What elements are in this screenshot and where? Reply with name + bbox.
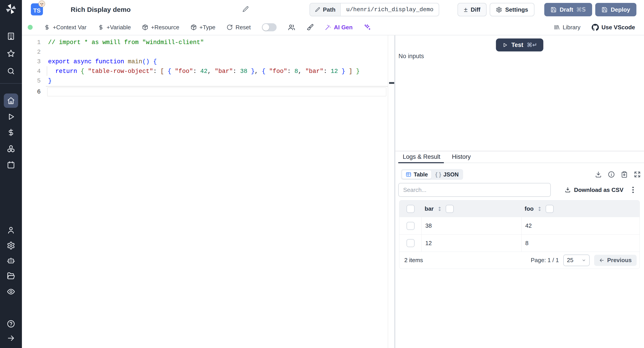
add-context-var-button[interactable]: +Context Var [44, 24, 86, 31]
download-result-icon[interactable] [595, 171, 602, 178]
package-icon [190, 24, 197, 30]
sort-icon[interactable] [437, 206, 442, 212]
code-line-active: 6 [22, 87, 388, 97]
arrow-left-icon [599, 258, 604, 263]
path-value: u/henri/rich_display_demo [341, 3, 439, 16]
path-control[interactable]: Path u/henri/rich_display_demo [310, 3, 439, 16]
play-icon [502, 42, 508, 48]
sort-icon[interactable] [537, 206, 542, 212]
sidebar-item-resources[interactable] [4, 142, 18, 156]
dollar-icon [44, 24, 50, 30]
code-line: 2 [22, 47, 388, 57]
row-checkbox[interactable] [406, 239, 414, 247]
user-icon [7, 226, 15, 234]
sidebar-item-help[interactable] [4, 317, 18, 331]
sidebar-expand-button[interactable] [4, 331, 18, 345]
sparkles-icon[interactable] [364, 24, 371, 31]
edit-summary-pencil-icon[interactable] [242, 6, 249, 12]
editor-rule [46, 86, 388, 86]
table-row: 3842 [399, 217, 640, 234]
code-editor[interactable]: 1// import * as wmill from "windmill-cli… [22, 35, 388, 348]
users-icon[interactable] [288, 24, 296, 31]
toggle-knob [262, 24, 269, 31]
help-circle-icon [7, 320, 15, 328]
previous-page-button[interactable]: Previous [594, 255, 636, 266]
copy-result-icon[interactable] [621, 171, 628, 178]
column-checkbox-bar[interactable] [446, 205, 454, 213]
ai-gen-button[interactable]: AI Gen [325, 24, 353, 31]
table-cell: 12 [422, 234, 522, 252]
paintbrush-icon[interactable] [306, 24, 314, 31]
path-label: Path [323, 6, 336, 13]
download-csv-button[interactable]: Download as CSV [564, 186, 624, 194]
sidebar-item-workers[interactable] [4, 254, 18, 268]
code-line: 5} [22, 76, 388, 86]
sidebar-item-account[interactable] [4, 223, 18, 237]
wand-icon [325, 24, 331, 30]
add-type-button[interactable]: +Type [190, 24, 216, 31]
sidebar-item-audit-logs[interactable] [4, 284, 18, 299]
sidebar-item-variables[interactable] [4, 125, 18, 140]
calendar-icon [7, 160, 15, 169]
page-title: Rich Display demo [71, 6, 130, 14]
reset-button[interactable]: Reset [226, 24, 251, 31]
table-menu-button[interactable] [631, 186, 635, 194]
download-icon [564, 187, 571, 193]
settings-button[interactable]: Settings [490, 3, 534, 16]
refresh-icon [226, 24, 233, 30]
sidebar-item-settings[interactable] [4, 238, 18, 253]
column-checkbox-foo[interactable] [546, 205, 554, 213]
sidebar-divider [0, 83, 22, 84]
sidebar-item-search[interactable] [4, 64, 18, 78]
deploy-button[interactable]: Deploy [595, 3, 636, 16]
tab-history[interactable]: History [452, 152, 471, 162]
windmill-logo[interactable] [5, 3, 17, 15]
package-icon [142, 24, 148, 30]
column-header-foo[interactable]: foo [524, 205, 534, 212]
building-icon [7, 32, 15, 40]
draft-button[interactable]: Draft ⌘S [544, 3, 592, 16]
no-inputs-text: No inputs [398, 53, 424, 60]
pencil-icon [315, 7, 320, 12]
page-size-select[interactable]: 25 [563, 254, 590, 266]
sidebar-item-folders[interactable] [4, 269, 18, 283]
library-button[interactable]: Library [554, 24, 580, 31]
add-resource-button[interactable]: +Resource [142, 24, 179, 31]
diff-mode-toggle[interactable] [262, 23, 276, 31]
info-icon[interactable] [608, 171, 615, 178]
use-vscode-button[interactable]: Use VScode [592, 24, 635, 31]
table-icon [406, 172, 412, 177]
draft-shortcut: ⌘S [576, 6, 586, 13]
play-icon [7, 112, 15, 121]
column-header-bar[interactable]: bar [425, 205, 434, 212]
star-icon [7, 49, 15, 58]
overview-ruler-mark [389, 82, 394, 84]
bot-icon [7, 257, 15, 265]
select-all-checkbox[interactable] [406, 205, 414, 213]
sidebar-item-home[interactable] [4, 94, 18, 108]
sidebar-item-favorites[interactable] [4, 46, 18, 60]
test-button[interactable]: Test ⌘↵ [496, 38, 544, 52]
boxes-icon [7, 144, 15, 153]
add-variable-button[interactable]: +Variable [98, 24, 131, 31]
row-checkbox[interactable] [406, 222, 414, 230]
test-shortcut: ⌘↵ [527, 42, 537, 48]
editor-toolbar: +Context Var +Variable +Resource +Type R… [22, 20, 644, 35]
sidebar-item-runs[interactable] [4, 110, 18, 124]
save-icon [550, 7, 556, 13]
gear-icon [496, 7, 502, 13]
table-row: 128 [399, 234, 640, 252]
view-table-button[interactable]: Table [402, 170, 432, 179]
sidebar-item-schedules[interactable] [4, 158, 18, 172]
table-controls: Download as CSV [398, 183, 635, 197]
view-json-button[interactable]: { } JSON [432, 170, 462, 179]
tabs-baseline [444, 162, 644, 163]
search-input[interactable] [398, 183, 551, 197]
path-label-segment[interactable]: Path [310, 3, 341, 16]
tab-logs-and-result[interactable]: Logs & Result [403, 152, 440, 162]
expand-result-icon[interactable] [634, 171, 641, 178]
result-toolbar: Table { } JSON [395, 168, 644, 181]
code-line: 3export async function main() { [22, 57, 388, 66]
diff-button[interactable]: ± Diff [458, 3, 486, 16]
sidebar-item-workspace[interactable] [4, 29, 18, 44]
